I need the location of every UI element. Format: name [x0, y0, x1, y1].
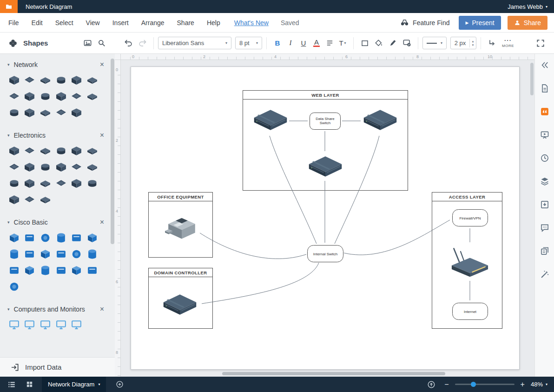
shape-thumbnail[interactable]: [38, 160, 53, 173]
shape-thumbnail[interactable]: [7, 280, 21, 293]
zoom-level-select[interactable]: 48% ▾: [531, 381, 547, 388]
shape-thumbnail[interactable]: [85, 160, 99, 173]
search-shapes-button[interactable]: [94, 36, 108, 50]
section-header-cisco-basic[interactable]: ▾Cisco Basic×: [0, 215, 111, 229]
shape-thumbnail[interactable]: [53, 231, 68, 244]
bold-button[interactable]: B: [271, 37, 284, 50]
shape-thumbnail[interactable]: [7, 247, 21, 260]
shape-thumbnail[interactable]: [85, 231, 99, 244]
share-button[interactable]: Share: [508, 16, 547, 30]
shape-thumbnail[interactable]: [53, 106, 68, 119]
documents-home-button[interactable]: [0, 0, 18, 13]
add-page-button[interactable]: [112, 377, 126, 392]
shape-thumbnail[interactable]: [38, 318, 53, 331]
shape-thumbnail[interactable]: [69, 160, 84, 173]
close-icon[interactable]: ×: [100, 132, 104, 139]
shape-thumbnail[interactable]: [22, 193, 37, 206]
present-button[interactable]: ▶ Present: [459, 16, 501, 30]
scroll-to-content-button[interactable]: [424, 377, 438, 392]
underline-button[interactable]: U: [297, 37, 310, 50]
shape-thumbnail[interactable]: [69, 318, 84, 331]
shape-thumbnail[interactable]: [22, 144, 37, 157]
layers-icon[interactable]: [540, 177, 549, 186]
insert-image-button[interactable]: [80, 36, 94, 50]
menu-help[interactable]: Help: [207, 19, 220, 27]
shape-thumbnail[interactable]: [7, 90, 21, 103]
line-color-button[interactable]: [386, 36, 400, 50]
shape-thumbnail[interactable]: [53, 318, 68, 331]
shape-thumbnail[interactable]: [22, 90, 37, 103]
doc-icon[interactable]: [540, 84, 549, 93]
shape-thumbnail[interactable]: [53, 160, 68, 173]
shape-thumbnail[interactable]: [38, 247, 53, 260]
text-options-button[interactable]: T▾: [336, 37, 349, 50]
shape-thumbnail[interactable]: [38, 90, 53, 103]
shape-thumbnail[interactable]: [53, 73, 68, 86]
redo-button[interactable]: [135, 36, 149, 50]
shape-thumbnail[interactable]: [69, 144, 84, 157]
connector-type-button[interactable]: [485, 36, 499, 50]
shape-thumbnail[interactable]: [22, 318, 37, 331]
shape-thumbnail[interactable]: [22, 264, 37, 277]
zoom-slider-thumb[interactable]: [471, 382, 476, 387]
shape-thumbnail[interactable]: [38, 177, 53, 190]
shape-thumbnail[interactable]: [53, 144, 68, 157]
shape-thumbnail[interactable]: [69, 106, 84, 119]
zoom-out-button[interactable]: −: [444, 381, 448, 388]
chat-icon[interactable]: [540, 223, 549, 233]
shape-data-icon[interactable]: [540, 200, 549, 209]
zoom-in-button[interactable]: +: [521, 381, 525, 388]
collapse-icon[interactable]: [540, 60, 549, 70]
text-color-button[interactable]: A: [310, 37, 323, 50]
font-size-select[interactable]: 8 pt▾: [235, 37, 262, 49]
line-width-stepper[interactable]: 2 px ▲▼: [450, 37, 476, 49]
shape-thumbnail[interactable]: [7, 264, 21, 277]
feature-find-button[interactable]: Feature Find: [400, 18, 449, 27]
shape-thumbnail[interactable]: [53, 264, 68, 277]
notes-icon[interactable]: [540, 246, 549, 256]
canvas-hscrollbar[interactable]: [222, 372, 445, 375]
section-header-electronics[interactable]: ▾Electronics×: [0, 128, 111, 142]
shape-thumbnail[interactable]: [53, 90, 68, 103]
shape-thumbnail[interactable]: [7, 318, 21, 331]
shape-thumbnail[interactable]: [22, 177, 37, 190]
menu-view[interactable]: View: [86, 19, 100, 27]
shape-thumbnail[interactable]: [69, 90, 84, 103]
shape-thumbnail[interactable]: [53, 247, 68, 260]
shape-thumbnail[interactable]: [38, 106, 53, 119]
canvas-viewport[interactable]: WEB LAYER OFFICE EQUIPMENT DOMAIN CONTRO…: [121, 60, 534, 377]
present-screen-icon[interactable]: [540, 130, 549, 140]
menu-file[interactable]: File: [8, 19, 19, 27]
shape-style-button[interactable]: [400, 36, 414, 50]
text-align-button[interactable]: [323, 37, 336, 50]
shape-thumbnail[interactable]: [69, 73, 84, 86]
shape-thumbnail[interactable]: [7, 73, 21, 86]
undo-button[interactable]: [121, 36, 135, 50]
close-icon[interactable]: ×: [100, 306, 104, 312]
fullscreen-button[interactable]: [534, 36, 547, 50]
canvas-vscrollbar[interactable]: [530, 63, 534, 95]
shape-thumbnail[interactable]: [38, 264, 53, 277]
menu-edit[interactable]: Edit: [32, 19, 43, 27]
shape-thumbnail[interactable]: [7, 177, 21, 190]
font-family-select[interactable]: Liberation Sans▾: [158, 37, 231, 49]
menu-insert[interactable]: Insert: [112, 19, 129, 27]
shape-thumbnail[interactable]: [22, 231, 37, 244]
shape-panel-scrollbar[interactable]: [111, 56, 114, 355]
section-header-computers-and-monitors[interactable]: ▾Computers and Monitors×: [0, 302, 111, 316]
shape-thumbnail[interactable]: [38, 193, 53, 206]
close-icon[interactable]: ×: [100, 219, 104, 226]
shape-outline-button[interactable]: [358, 36, 372, 50]
shape-thumbnail[interactable]: [69, 247, 84, 260]
fill-color-button[interactable]: [372, 36, 386, 50]
clock-icon[interactable]: [540, 153, 549, 163]
page-tab[interactable]: Network Diagram ▾: [42, 377, 106, 392]
shape-thumbnail[interactable]: [7, 193, 21, 206]
stepper-arrows[interactable]: ▲▼: [469, 39, 476, 47]
line-style-select[interactable]: ▾: [422, 37, 447, 49]
whats-new-link[interactable]: What's New: [234, 19, 269, 27]
zoom-slider[interactable]: [455, 384, 514, 385]
shape-thumbnail[interactable]: [69, 264, 84, 277]
user-menu[interactable]: James Webb ▾: [508, 3, 547, 10]
shape-thumbnail[interactable]: [69, 231, 84, 244]
